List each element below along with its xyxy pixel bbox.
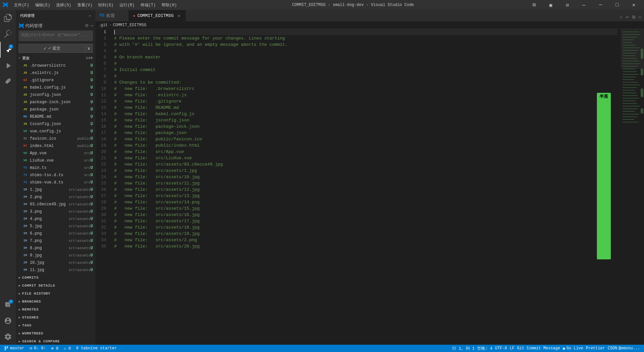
file-item[interactable]: JS package-lock.json U: [16, 99, 96, 106]
layout-icon-1[interactable]: ⧉: [527, 0, 542, 10]
file-item[interactable]: IM 6.png src\assets U: [16, 230, 96, 237]
stashes-section-header[interactable]: ▶ STASHES: [16, 314, 96, 321]
code-line: [114, 29, 617, 35]
file-item[interactable]: GI .gitignore U: [16, 77, 96, 84]
status-language[interactable]: Git Commit Message: [516, 345, 561, 352]
activity-settings[interactable]: [0, 329, 16, 345]
layout-icon-3[interactable]: ⊟: [560, 0, 575, 10]
commits-section-header[interactable]: ▶ COMMITS: [16, 274, 96, 282]
file-item[interactable]: IM 10.jpg src\assets U: [16, 259, 96, 266]
file-item[interactable]: VU LiuXue.vue src U: [16, 157, 96, 164]
breadcrumb-filename[interactable]: COMMIT_EDITMSG: [113, 23, 146, 28]
file-item[interactable]: IM 11.jpg src\assets U: [16, 266, 96, 274]
file-path: src\assets: [69, 202, 91, 206]
file-item[interactable]: JS .eslintrc.js U: [16, 69, 96, 77]
commit-tab-close[interactable]: ✕: [176, 13, 181, 18]
status-csdn[interactable]: CSDN @emonu...: [606, 345, 641, 352]
file-item[interactable]: IM 03.c8ecce49.jpg src\assets U: [16, 201, 96, 208]
menu-select[interactable]: 选择(S): [53, 1, 74, 9]
file-item[interactable]: VU vue.config.js U: [16, 128, 96, 135]
commit-button[interactable]: ✓ ✓ 提交: [19, 44, 85, 53]
file-item[interactable]: JS package.json U: [16, 106, 96, 113]
activity-search[interactable]: [0, 26, 16, 42]
commit-dropdown-button[interactable]: ∨: [85, 44, 93, 53]
activity-accounts[interactable]: [0, 313, 16, 329]
file-item[interactable]: IM 4.png src\assets U: [16, 215, 96, 223]
file-item[interactable]: JS babel.config.js U: [16, 84, 96, 91]
line-number: 35: [96, 243, 109, 249]
file-history-section-header[interactable]: ▶ FILE HISTORY: [16, 290, 96, 298]
file-item[interactable]: MD README.md U: [16, 113, 96, 120]
status-position[interactable]: 行 1, 列 1: [451, 345, 476, 352]
maximize-button[interactable]: □: [609, 0, 625, 10]
menu-edit[interactable]: 编辑(E): [33, 1, 53, 9]
worktrees-section-header[interactable]: ▶ WORKTREES: [16, 329, 96, 337]
branches-section-header[interactable]: ▶ BRANCHES: [16, 298, 96, 306]
code-line: # new file: public/favicon.ico: [114, 136, 617, 142]
status-sync[interactable]: ⟳ 0↓ 0↑: [28, 345, 47, 352]
minimize-button[interactable]: ─: [593, 0, 608, 10]
search-compare-section-header[interactable]: ▶ SEARCH & COMPARE: [16, 337, 96, 345]
editor-toolbar-check[interactable]: ✓: [618, 13, 624, 21]
status-line-ending[interactable]: LF: [508, 345, 516, 352]
file-item[interactable]: JS .browserslistrc U: [16, 62, 96, 69]
commit-message-input[interactable]: [19, 31, 93, 41]
file-item[interactable]: JS tsconfig.json U: [16, 120, 96, 128]
file-item[interactable]: IM 5.jpg src\assets U: [16, 223, 96, 230]
activity-explorer[interactable]: [0, 10, 16, 26]
layout-icon-2[interactable]: ▣: [543, 0, 558, 10]
file-item[interactable]: IM 9.jpg src\assets U: [16, 252, 96, 259]
status-warnings[interactable]: ⚠ 0: [62, 345, 72, 352]
translation-badge[interactable]: 半英: [597, 93, 611, 259]
breadcrumb-git[interactable]: .git: [98, 23, 108, 28]
status-prettier[interactable]: Prettier: [585, 345, 607, 352]
sidebar-more-btn[interactable]: ⋯: [88, 13, 92, 19]
tags-section-header[interactable]: ▶ TAGS: [16, 321, 96, 329]
line-number: 7: [96, 67, 109, 73]
status-branch[interactable]: master: [3, 345, 26, 352]
editor-toolbar-more[interactable]: ⋯: [637, 13, 643, 21]
close-button[interactable]: ✕: [626, 0, 641, 10]
changes-section-header[interactable]: ▾ 更改 146: [16, 54, 96, 62]
menu-view[interactable]: 查看(V): [75, 1, 95, 9]
file-item[interactable]: IM 7.png src\assets U: [16, 237, 96, 245]
status-tabnine[interactable]: 0 tabnine starter: [75, 345, 118, 352]
status-spaces[interactable]: 空格: 4: [476, 345, 494, 352]
file-item[interactable]: IM 3.png src\assets U: [16, 208, 96, 215]
file-item[interactable]: HT index.html public U: [16, 142, 96, 150]
file-item[interactable]: IM 2.png src\assets U: [16, 193, 96, 201]
tab-welcome[interactable]: VS 欢迎: [96, 10, 129, 21]
commit-details-section-header[interactable]: ▶ COMMIT DETAILS: [16, 282, 96, 290]
menu-terminal[interactable]: 终端(T): [138, 1, 159, 9]
menu-file[interactable]: 文件(F): [11, 1, 32, 9]
activity-run[interactable]: [0, 58, 16, 74]
file-item[interactable]: IM 1.jpg src\assets U: [16, 186, 96, 193]
file-item[interactable]: TS main.ts src U: [16, 164, 96, 172]
activity-extensions[interactable]: [0, 74, 16, 90]
file-item[interactable]: TS shims-vue.d.ts src U: [16, 179, 96, 186]
editor-toolbar-undo[interactable]: ↩: [624, 13, 630, 21]
file-type-icon: JS: [23, 92, 28, 98]
activity-source-control[interactable]: 1: [0, 42, 16, 58]
status-encoding[interactable]: UTF-8: [494, 345, 508, 352]
layout-icon-4[interactable]: ⋯: [576, 0, 592, 10]
menu-goto[interactable]: 转到(G): [96, 1, 116, 9]
menu-help[interactable]: 帮助(H): [159, 1, 179, 9]
status-errors[interactable]: ⊗ 0: [50, 345, 60, 352]
sc-action-more[interactable]: ⋯: [90, 22, 94, 29]
code-line: # new file: src/assets/13.jpg: [114, 193, 617, 199]
file-item[interactable]: TS shims-tsx.d.ts src U: [16, 172, 96, 179]
activity-remote[interactable]: 1: [0, 297, 16, 313]
menu-run[interactable]: 运行(R): [117, 1, 137, 9]
tab-commit-editmsg[interactable]: ⬥ COMMIT_EDITMSG ✕: [129, 10, 186, 21]
file-item[interactable]: JS jsconfig.json U: [16, 91, 96, 99]
file-item[interactable]: VU App.vue src U: [16, 150, 96, 157]
file-item[interactable]: IM 8.png src\assets U: [16, 245, 96, 252]
file-item[interactable]: IC favicon.ico public U: [16, 135, 96, 142]
sc-action-refresh[interactable]: ⟳: [84, 22, 90, 29]
code-content[interactable]: # Please enter the commit message for yo…: [111, 29, 617, 345]
errors-label: ⊗ 0: [51, 346, 58, 351]
status-go-live[interactable]: ◉ Go Live: [561, 345, 585, 352]
remotes-section-header[interactable]: ▶ REMOTES: [16, 306, 96, 314]
editor-toolbar-split[interactable]: ⧉: [631, 13, 637, 21]
